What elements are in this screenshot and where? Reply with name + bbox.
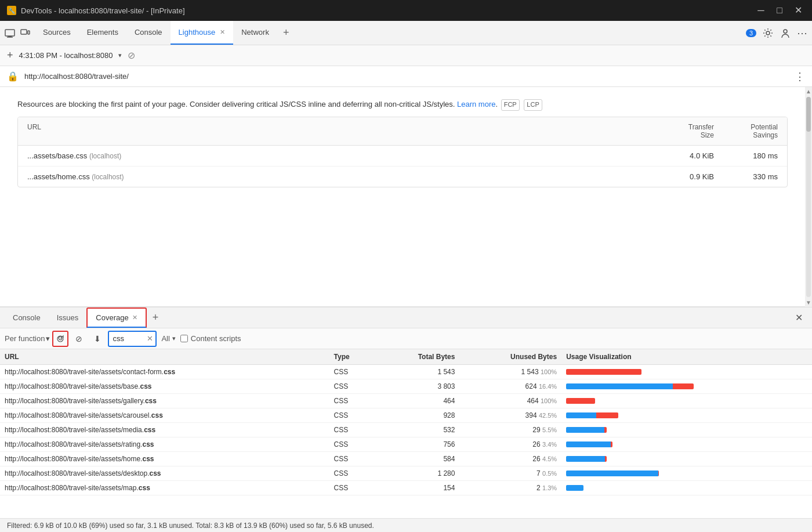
col-transfer-header: TransferSize [656,123,714,139]
stop-icon[interactable]: ⊘ [128,50,135,61]
filter-input[interactable] [109,334,144,343]
stop-coverage-button[interactable]: ⊘ [71,331,87,347]
new-tab-icon[interactable]: + [7,49,13,61]
settings-icon[interactable] [762,27,774,39]
address-url: http://localhost:8080/travel-site/ [24,72,789,81]
filter-input-wrap[interactable]: ✕ [108,331,157,347]
title-bar-controls: ─ □ ✕ [754,6,805,15]
url-cell-7: http://localhost:8080/travel-site/assets… [0,466,329,481]
notification-badge: 3 [746,29,756,37]
screencast-icon[interactable] [20,28,30,38]
per-function-dropdown[interactable]: Per function ▾ [5,334,50,343]
table-row[interactable]: http://localhost:8080/travel-site/assets… [0,423,812,437]
content-scripts-checkbox[interactable]: Content scripts [180,334,241,343]
scroll-thumb[interactable] [806,97,811,132]
add-bottom-tab-button[interactable]: + [147,307,165,328]
devtools-right-controls: 3 ⋯ [746,21,807,45]
tab-console[interactable]: Console [126,21,171,45]
bottom-panel: Console Issues Coverage ✕ + ✕ Per functi… [0,307,812,532]
content-scripts-input[interactable] [180,335,188,342]
table-row[interactable]: http://localhost:8080/travel-site/assets… [0,365,812,379]
address-more-icon[interactable]: ⋮ [795,70,805,83]
url-dropdown-arrow[interactable]: ▾ [118,52,122,59]
url-cell-8: http://localhost:8080/travel-site/assets… [0,481,329,495]
table-row[interactable]: http://localhost:8080/travel-site/assets… [0,437,812,452]
reload-icon [56,335,64,343]
tab-network[interactable]: Network [233,21,277,45]
table-row[interactable]: http://localhost:8080/travel-site/assets… [0,394,812,408]
type-cell-2: CSS [329,394,375,408]
url-cell-2: http://localhost:8080/travel-site/assets… [0,394,329,408]
type-cell-7: CSS [329,466,375,481]
svg-rect-0 [5,30,14,36]
url-cell-4: http://localhost:8080/travel-site/assets… [0,423,329,437]
clear-filter-button[interactable]: ✕ [144,333,155,345]
total-bytes-cell-7: 1 280 [375,466,459,481]
url-cell-6: http://localhost:8080/travel-site/assets… [0,452,329,466]
coverage-table-head: URL Type Total Bytes Unused Bytes Usage … [0,349,812,365]
more-options-icon[interactable]: ⋯ [797,27,807,39]
table-row[interactable]: http://localhost:8080/travel-site/assets… [0,408,812,423]
total-bytes-cell-5: 756 [375,437,459,452]
total-bytes-cell-1: 3 803 [375,379,459,394]
scrollbar[interactable]: ▲ ▼ [805,87,812,307]
coverage-table-body: http://localhost:8080/travel-site/assets… [0,365,812,495]
svg-point-5 [766,31,770,35]
coverage-table-wrap[interactable]: URL Type Total Bytes Unused Bytes Usage … [0,349,812,518]
unused-bytes-cell-8: 2 1.3% [459,481,561,495]
devtools-tab-bar: Sources Elements Console Lighthouse ✕ Ne… [0,21,812,45]
type-cell-6: CSS [329,452,375,466]
total-bytes-cell-4: 532 [375,423,459,437]
col-url-header: URL [27,123,656,139]
table-row[interactable]: http://localhost:8080/travel-site/assets… [0,466,812,481]
table-row[interactable]: ...assets/home.css (localhost) 0.9 KiB 3… [18,167,787,187]
coverage-tab-close[interactable]: ✕ [132,314,137,321]
minimize-button[interactable]: ─ [754,6,768,15]
download-coverage-button[interactable]: ⬇ [89,331,106,347]
tab-coverage-bottom[interactable]: Coverage ✕ [86,307,146,328]
tab-sources[interactable]: Sources [35,21,79,45]
status-bar: Filtered: 6.9 kB of 10.0 kB (69%) used s… [0,518,812,532]
table-row[interactable]: ...assets/base.css (localhost) 4.0 KiB 1… [18,146,787,167]
row-savings-2: 330 ms [714,172,778,181]
lighthouse-content: Resources are blocking the first paint o… [0,87,805,307]
close-bottom-panel-button[interactable]: ✕ [791,307,807,328]
learn-more-link[interactable]: Learn more [457,100,495,108]
devtools-left-icons [5,21,30,45]
device-toggle-icon[interactable] [5,28,15,38]
type-cell-4: CSS [329,423,375,437]
col-savings-header: PotentialSavings [714,123,778,139]
tab-lighthouse[interactable]: Lighthouse ✕ [171,21,234,45]
lighthouse-tab-close[interactable]: ✕ [220,28,225,36]
scroll-up-arrow[interactable]: ▲ [805,87,812,96]
usage-viz-cell-5 [561,437,812,452]
table-row[interactable]: http://localhost:8080/travel-site/assets… [0,452,812,466]
tab-console-bottom[interactable]: Console [5,307,49,328]
all-arrow-icon[interactable]: ▾ [172,335,176,342]
security-icon: 🔒 [7,71,19,82]
fcp-badge: FCP [501,99,520,111]
col-url-header: URL [0,349,329,365]
unused-bytes-cell-2: 464 100% [459,394,561,408]
close-button[interactable]: ✕ [791,6,805,15]
scroll-down-arrow[interactable]: ▼ [805,298,812,307]
add-tab-button[interactable]: + [277,21,295,45]
tab-elements[interactable]: Elements [79,21,126,45]
reload-coverage-button[interactable] [52,331,68,347]
user-icon[interactable] [780,27,791,39]
col-type-header: Type [329,349,375,365]
table-row[interactable]: http://localhost:8080/travel-site/assets… [0,379,812,394]
table-row[interactable]: http://localhost:8080/travel-site/assets… [0,481,812,495]
total-bytes-cell-3: 928 [375,408,459,423]
type-cell-3: CSS [329,408,375,423]
unused-bytes-cell-7: 7 0.5% [459,466,561,481]
tab-issues-bottom[interactable]: Issues [49,307,87,328]
type-cell-8: CSS [329,481,375,495]
usage-viz-cell-3 [561,408,812,423]
row-savings-1: 180 ms [714,151,778,160]
url-cell-5: http://localhost:8080/travel-site/assets… [0,437,329,452]
maximize-button[interactable]: □ [773,6,786,15]
total-bytes-cell-2: 464 [375,394,459,408]
all-label: All [161,334,169,343]
usage-viz-cell-1 [561,379,812,394]
